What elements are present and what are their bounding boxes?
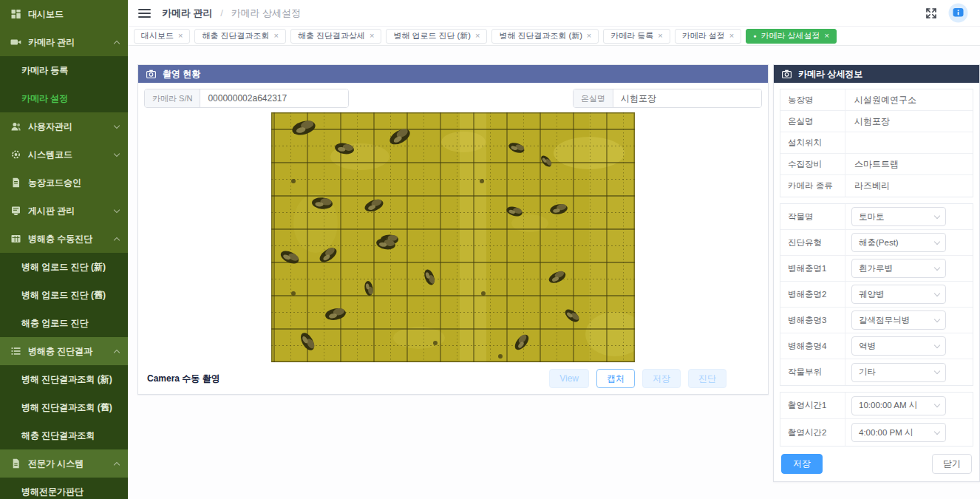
hamburger-menu-icon[interactable]	[138, 9, 151, 18]
selected-value: 흰가루병	[859, 263, 893, 274]
sidebar-item-manual-diagnosis[interactable]: 병해충 수동진단	[0, 225, 128, 253]
chevron-down-icon	[114, 206, 120, 212]
diagnosis-select-table: 작물명토마토진단유형해충(Pest)병해충명1흰가루병병해충명2궤양병병해충명3…	[780, 203, 973, 386]
sidebar-item-label: 병해충 수동진단	[28, 233, 115, 245]
tab-camera-register[interactable]: ●카메라 등록×	[603, 29, 670, 44]
field-label: 촬영시간2	[780, 419, 845, 446]
sidebar-item-diagnosis-results[interactable]: 병해충 진단결과	[0, 337, 128, 365]
tab-close-icon[interactable]: ×	[658, 32, 662, 40]
capture-button[interactable]: 캡처	[596, 369, 635, 388]
detail-close-button[interactable]: 닫기	[932, 454, 972, 474]
sidebar-item-pest-upload[interactable]: 해충 업로드 진단	[0, 309, 128, 337]
tab-camera-settings[interactable]: ●카메라 설정×	[675, 29, 742, 44]
chevron-up-icon	[114, 237, 120, 242]
sidebar-item-expert-system[interactable]: 전문가 시스템	[0, 449, 128, 478]
tab-close-icon[interactable]: ×	[475, 32, 480, 40]
crop-part-select[interactable]: 기타	[851, 363, 946, 382]
tab-pest-diagnosis-detail[interactable]: ●해충 진단결과상세×	[290, 29, 382, 44]
camera-icon	[10, 37, 21, 47]
field-value: 갈색점무늬병	[845, 308, 973, 333]
selected-value: 기타	[859, 367, 876, 378]
select-row: 병해충명2궤양병	[780, 282, 973, 308]
sidebar-item-disease-upload-old[interactable]: 병해 업로드 진단 (舊)	[0, 281, 128, 309]
chevron-down-icon	[934, 212, 940, 218]
tab-close-icon[interactable]: ×	[825, 32, 829, 40]
breadcrumb: 카메라 관리 / 카메라 상세설정	[162, 7, 925, 20]
select-row: 병해충명1흰가루병	[780, 256, 973, 282]
pest-name2-select[interactable]: 궤양병	[851, 285, 946, 304]
list-icon	[10, 346, 21, 356]
chat-info-icon[interactable]	[948, 3, 968, 23]
selected-value: 갈색점무늬병	[859, 315, 910, 326]
field-label: 병해충명3	[780, 308, 845, 333]
info-row: 온실명시험포장	[780, 111, 973, 132]
tab-disease-upload-diagnosis-new[interactable]: ●병해 업로드 진단 (新)×	[386, 29, 487, 44]
capture-time2-select[interactable]: 4:00:00 PM 시	[851, 423, 946, 442]
sidebar-item-disease-results-new[interactable]: 병해 진단결과조회 (新)	[0, 365, 128, 393]
pest-name4-select[interactable]: 역병	[851, 336, 946, 356]
tab-dashboard[interactable]: ●대시보드×	[134, 29, 190, 44]
sidebar-item-label: 농장코드승인	[28, 177, 119, 189]
tab-close-icon[interactable]: ×	[587, 32, 591, 40]
camera-sn-label: 카메라 S/N	[145, 89, 200, 107]
sidebar-item-user-management[interactable]: 사용자관리	[0, 112, 128, 140]
selected-value: 토마토	[859, 211, 885, 223]
breadcrumb-parent[interactable]: 카메라 관리	[162, 7, 213, 18]
value-text: 라즈베리	[854, 180, 890, 192]
chevron-up-icon	[114, 461, 120, 467]
capture-panel-body: 카메라 S/N 온실명 Camera 수동 촬영 View캡처저장진단	[138, 83, 768, 394]
file-icon	[10, 458, 21, 469]
breadcrumb-current: 카메라 상세설정	[231, 7, 302, 18]
sidebar-item-farm-code-approval[interactable]: 농장코드승인	[0, 169, 128, 197]
sidebar-item-label: 게시판 관리	[28, 205, 115, 217]
field-label: 작물명	[780, 204, 845, 229]
tab-close-icon[interactable]: ×	[274, 32, 279, 40]
sidebar-item-camera-management[interactable]: 카메라 관리	[0, 28, 128, 56]
sidebar-item-board-management[interactable]: 게시판 관리	[0, 197, 128, 225]
greenhouse-label: 온실명	[574, 89, 613, 107]
pest-name1-select[interactable]: 흰가루병	[851, 259, 946, 278]
sidebar-item-disease-expert-judgment[interactable]: 병해전문가판단	[0, 478, 128, 499]
sidebar-item-camera-register[interactable]: 카메라 등록	[0, 56, 128, 84]
time-row: 촬영시간110:00:00 AM 시	[780, 393, 973, 419]
fullscreen-icon[interactable]	[925, 7, 937, 19]
sidebar-item-camera-settings[interactable]: 카메라 설정	[0, 84, 128, 112]
sidebar-item-system-code[interactable]: 시스템코드	[0, 140, 128, 169]
detail-save-button[interactable]: 저장	[781, 454, 823, 474]
sidebar-item-disease-results-old[interactable]: 병해 진단결과조회 (舊)	[0, 393, 128, 421]
tab-pest-diagnosis-results[interactable]: ●해충 진단결과조회×	[194, 29, 286, 44]
save-button[interactable]: 저장	[642, 369, 681, 388]
table-icon	[10, 234, 21, 244]
sidebar-item-dashboard[interactable]: 대시보드	[0, 0, 128, 28]
chevron-down-icon	[934, 342, 940, 347]
tab-close-icon[interactable]: ×	[178, 32, 183, 40]
diagnose-button[interactable]: 진단	[688, 369, 727, 388]
info-row: 설치위치	[780, 132, 973, 154]
detail-panel-footer: 저장 닫기	[780, 454, 973, 475]
camera-sn-input[interactable]	[200, 89, 348, 107]
diagnosis-type-select[interactable]: 해충(Pest)	[851, 233, 946, 252]
crop-name-select[interactable]: 토마토	[851, 207, 946, 226]
tab-close-icon[interactable]: ×	[729, 32, 734, 40]
greenhouse-input[interactable]	[613, 89, 761, 107]
topbar: 카메라 관리 / 카메라 상세설정	[128, 0, 980, 27]
sidebar-item-disease-upload-new[interactable]: 병해 업로드 진단 (新)	[0, 253, 128, 281]
field-value: 역병	[845, 333, 973, 359]
gear-icon	[10, 149, 21, 160]
tab-camera-detail-settings[interactable]: ●카메라 상세설정×	[746, 29, 837, 44]
tab-close-icon[interactable]: ×	[370, 32, 374, 40]
field-label: 카메라 종류	[780, 175, 845, 197]
chevron-down-icon	[934, 238, 940, 244]
capture-time1-select[interactable]: 10:00:00 AM 시	[851, 396, 946, 415]
pest-name3-select[interactable]: 갈색점무늬병	[851, 310, 946, 330]
tab-disease-diagnosis-results-new[interactable]: ●병해 진단결과조회 (新)×	[491, 29, 599, 44]
view-button[interactable]: View	[549, 369, 589, 388]
sidebar-item-label: 사용자관리	[28, 120, 115, 133]
sidebar-item-pest-results[interactable]: 해충 진단결과조회	[0, 421, 128, 449]
value-text: 시설원예연구소	[854, 94, 916, 106]
info-row: 수집장비스마트트랩	[780, 154, 973, 175]
capture-panel-header: 촬영 현황	[138, 65, 768, 83]
capture-input-row: 카메라 S/N 온실명	[144, 89, 762, 108]
field-value: 스마트트랩	[845, 154, 973, 174]
value-text: 스마트트랩	[854, 158, 899, 171]
